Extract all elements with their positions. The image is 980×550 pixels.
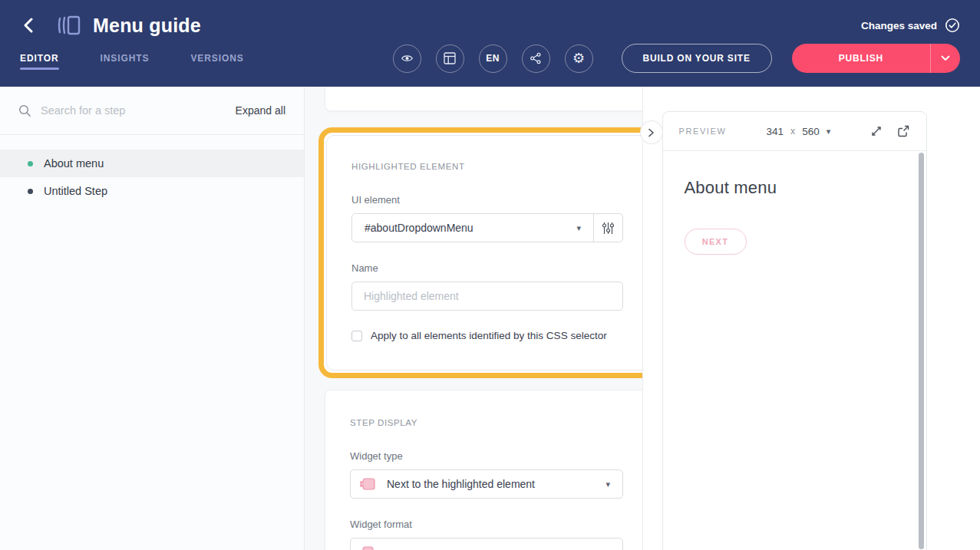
ui-element-value: #aboutDropdownMenu bbox=[365, 222, 576, 234]
save-status-label: Changes saved bbox=[861, 20, 937, 31]
preview-header: PREVIEW 341 x 560 ▾ bbox=[663, 112, 926, 151]
widget-type-value: Next to the highlighted element bbox=[387, 478, 595, 490]
share-icon bbox=[530, 52, 542, 64]
collapse-preview-button[interactable] bbox=[640, 120, 663, 144]
tab-editor[interactable]: EDITOR bbox=[20, 41, 59, 76]
search-step-input[interactable] bbox=[41, 104, 236, 117]
step-list: About menu Untitled Step bbox=[0, 135, 304, 205]
element-settings-button[interactable] bbox=[593, 214, 622, 242]
section-title: STEP DISPLAY bbox=[350, 418, 623, 427]
back-button[interactable] bbox=[20, 17, 37, 34]
highlighted-element-card-focus-ring: HIGHLIGHTED ELEMENT UI element #aboutDro… bbox=[318, 127, 642, 378]
eye-icon bbox=[401, 52, 414, 64]
apply-all-checkbox[interactable] bbox=[351, 331, 362, 341]
step-editor-panel: HIGHLIGHTED ELEMENT UI element #aboutDro… bbox=[305, 87, 642, 550]
guide-logo-icon bbox=[57, 15, 81, 36]
preview-step-heading: About menu bbox=[685, 178, 905, 198]
chevron-down-icon bbox=[941, 55, 950, 61]
search-icon bbox=[18, 104, 31, 117]
preview-panel: PREVIEW 341 x 560 ▾ bbox=[642, 87, 980, 550]
preview-width-value: 341 bbox=[766, 126, 784, 137]
step-display-card: STEP DISPLAY Widget type Next to the hig… bbox=[325, 390, 642, 550]
highlighted-element-card: HIGHLIGHTED ELEMENT UI element #aboutDro… bbox=[326, 135, 642, 371]
ui-element-label: UI element bbox=[351, 194, 623, 206]
gear-icon: ⚙ bbox=[572, 51, 585, 65]
build-on-your-site-button[interactable]: BUILD ON YOUR SITE bbox=[622, 44, 772, 73]
name-label: Name bbox=[351, 262, 623, 274]
preview-eye-button[interactable] bbox=[393, 44, 421, 73]
settings-button[interactable]: ⚙ bbox=[565, 44, 593, 73]
publish-button[interactable]: PUBLISH bbox=[792, 44, 930, 73]
chevron-down-icon: ▾ bbox=[605, 480, 610, 489]
editor-tabs: EDITOR INSIGHTS VERSIONS bbox=[20, 41, 244, 76]
widget-type-select[interactable]: Next to the highlighted element ▾ bbox=[350, 469, 623, 499]
expand-diagonal-icon bbox=[870, 125, 883, 137]
element-name-input[interactable] bbox=[351, 282, 623, 311]
expand-preview-button[interactable] bbox=[869, 124, 883, 138]
preview-scrollbar[interactable] bbox=[919, 153, 924, 549]
steps-sidebar: Expand all About menu Untitled Step bbox=[0, 87, 305, 550]
speech-bubble-icon bbox=[360, 476, 376, 492]
expand-all-link[interactable]: Expand all bbox=[236, 104, 285, 117]
page-title: Menu guide bbox=[93, 15, 201, 37]
layout-window-icon bbox=[444, 52, 456, 64]
step-status-dot bbox=[28, 189, 33, 194]
chevron-down-icon: ▾ bbox=[827, 127, 831, 136]
previous-settings-card-partial bbox=[325, 87, 642, 111]
check-circle-icon bbox=[945, 18, 960, 33]
step-status-dot bbox=[28, 161, 33, 166]
preview-content: About menu NEXT bbox=[663, 151, 926, 282]
tune-sliders-icon bbox=[602, 222, 615, 235]
save-status: Changes saved bbox=[861, 18, 960, 33]
preview-size-select[interactable]: 341 x 560 ▾ bbox=[766, 126, 830, 137]
preview-size-separator: x bbox=[790, 126, 795, 137]
top-navbar: Menu guide Changes saved EDITOR INSIGHTS… bbox=[0, 0, 980, 87]
language-button[interactable]: EN bbox=[479, 44, 507, 73]
apply-all-checkbox-row[interactable]: Apply to all elements identified by this… bbox=[351, 330, 623, 341]
chevron-left-icon bbox=[23, 18, 34, 33]
publish-split-button: PUBLISH bbox=[792, 44, 960, 73]
preview-card: PREVIEW 341 x 560 ▾ bbox=[662, 111, 927, 550]
share-button[interactable] bbox=[522, 44, 550, 73]
preview-title: PREVIEW bbox=[679, 127, 727, 136]
step-item-label: Untitled Step bbox=[44, 185, 107, 197]
preview-height-value: 560 bbox=[802, 126, 820, 137]
apply-all-label: Apply to all elements identified by this… bbox=[371, 330, 607, 341]
open-in-new-tab-button[interactable] bbox=[896, 124, 910, 138]
speech-bubble-icon bbox=[360, 545, 376, 550]
ui-element-select-group: #aboutDropdownMenu ▾ bbox=[351, 213, 623, 242]
ui-element-select[interactable]: #aboutDropdownMenu ▾ bbox=[352, 214, 593, 242]
tab-versions[interactable]: VERSIONS bbox=[190, 41, 243, 76]
tab-insights[interactable]: INSIGHTS bbox=[101, 41, 150, 76]
step-item-about-menu[interactable]: About menu bbox=[0, 150, 304, 177]
publish-dropdown-button[interactable] bbox=[930, 44, 960, 73]
layout-button[interactable] bbox=[436, 44, 464, 73]
language-label: EN bbox=[486, 53, 500, 64]
section-title: HIGHLIGHTED ELEMENT bbox=[351, 162, 623, 171]
chevron-right-icon bbox=[648, 128, 655, 137]
chevron-down-icon: ▾ bbox=[576, 224, 581, 232]
step-item-label: About menu bbox=[44, 157, 104, 170]
widget-format-select[interactable] bbox=[350, 538, 623, 550]
preview-next-button[interactable]: NEXT bbox=[685, 229, 747, 255]
app-screen: Menu guide Changes saved EDITOR INSIGHTS… bbox=[0, 0, 980, 550]
external-link-icon bbox=[897, 125, 909, 137]
step-item-untitled-step[interactable]: Untitled Step bbox=[0, 177, 304, 205]
widget-format-label: Widget format bbox=[350, 519, 623, 530]
widget-type-label: Widget type bbox=[350, 450, 623, 462]
